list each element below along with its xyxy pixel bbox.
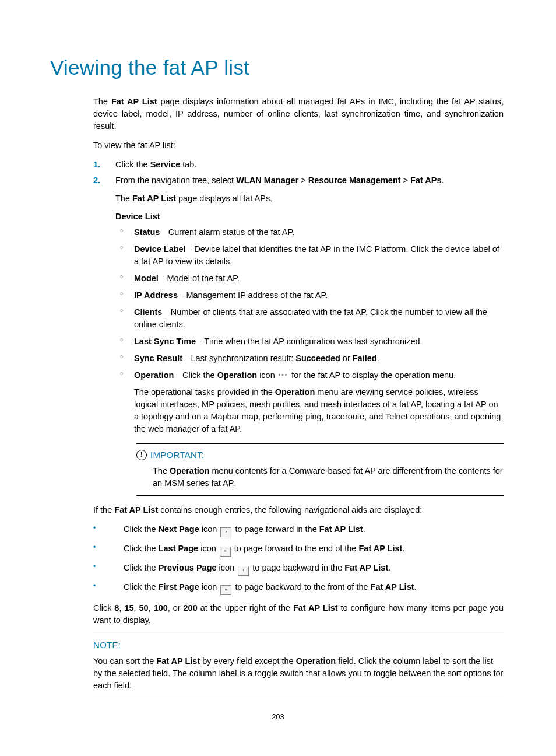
page-number: 203: [0, 712, 556, 721]
nav-aids-list: Click the Next Page icon › to page forwa…: [93, 523, 504, 595]
note-body: You can sort the Fat AP List by every fi…: [93, 655, 504, 692]
text: by every field except the: [200, 656, 295, 666]
text-bold: Fat AP List: [344, 563, 388, 572]
text: ,: [149, 603, 154, 612]
first-page-icon: «: [220, 585, 231, 595]
field-ip: IP Address—Management IP address of the …: [115, 289, 504, 302]
text-bold: Fat AP List: [111, 97, 157, 106]
nav-first: Click the First Page icon « to page back…: [93, 581, 504, 595]
text: at the upper right of the: [198, 603, 293, 612]
text: >: [401, 176, 411, 185]
text-bold: Fat AP List: [358, 544, 402, 553]
field-last-sync: Last Sync Time—Time when the fat AP conf…: [115, 335, 504, 348]
text: —Last synchronization result:: [182, 354, 295, 363]
text: You can sort the: [93, 656, 156, 666]
text: .: [388, 563, 390, 572]
text: icon: [199, 524, 220, 534]
text-bold: Operation: [217, 370, 257, 380]
text: The: [115, 194, 132, 203]
nav-next: Click the Next Page icon › to page forwa…: [93, 523, 504, 537]
text-bold: 50: [139, 603, 148, 612]
prev-page-icon: ‹: [238, 566, 249, 576]
device-fields-list: Status—Current alarm status of the fat A…: [115, 226, 504, 435]
text-bold: First Page: [159, 582, 199, 592]
field-device-label: Device Label—Device label that identifie…: [115, 243, 504, 268]
important-header: ! IMPORTANT:: [136, 449, 504, 461]
text: , or: [168, 603, 184, 612]
text: .: [363, 524, 365, 534]
step-2: From the navigation tree, select WLAN Ma…: [93, 174, 504, 496]
important-body: The Operation menu contents for a Comwar…: [153, 465, 504, 489]
text: If the: [93, 505, 114, 514]
field-desc: —Time when the fat AP configuration was …: [196, 337, 422, 346]
text: Click the: [124, 563, 159, 572]
pager-paragraph: Click 8, 15, 50, 100, or 200 at the uppe…: [93, 602, 504, 626]
text: Click: [93, 603, 114, 612]
field-clients: Clients—Number of clients that are assoc…: [115, 306, 504, 331]
steps-list: Click the Service tab. From the navigati…: [93, 159, 504, 496]
text-bold: Succeeded: [295, 354, 340, 363]
field-desc: —Management IP address of the fat AP.: [178, 290, 328, 300]
field-name: Device Label: [134, 244, 186, 254]
text: to page backward to the front of the: [233, 582, 370, 592]
text-bold: WLAN Manager: [236, 176, 298, 185]
text: .: [442, 176, 444, 185]
operation-dots-icon: •••: [279, 371, 288, 380]
field-name: Model: [134, 274, 159, 283]
field-name: IP Address: [134, 290, 178, 300]
text-bold: Operation: [296, 656, 336, 666]
text: Click the: [124, 582, 159, 592]
text-bold: Fat AP List: [293, 603, 338, 612]
to-view-line: To view the fat AP list:: [93, 139, 504, 152]
field-desc: —Current alarm status of the fat AP.: [160, 228, 294, 237]
document-page: Viewing the fat AP list The Fat AP List …: [0, 0, 556, 756]
important-callout: ! IMPORTANT: The Operation menu contents…: [136, 443, 504, 496]
text: to page forward to the end of the: [232, 544, 359, 553]
text-bold: Fat AP List: [156, 656, 200, 666]
body: The Fat AP List page displays informatio…: [93, 96, 504, 698]
note-callout: NOTE: You can sort the Fat AP List by ev…: [93, 634, 504, 698]
step-2-result: The Fat AP List page displays all fat AP…: [115, 192, 504, 205]
text-bold: Fat APs: [410, 176, 441, 185]
field-status: Status—Current alarm status of the fat A…: [115, 226, 504, 239]
text: .: [414, 582, 417, 592]
text-bold: Last Page: [159, 544, 199, 553]
field-model: Model—Model of the fat AP.: [115, 272, 504, 285]
text-bold: Fat AP List: [114, 505, 158, 514]
text: icon: [199, 582, 220, 592]
text: >: [298, 176, 308, 185]
text: The operational tasks provided in the: [134, 387, 275, 397]
text: to page backward in the: [250, 563, 344, 572]
text: for the fat AP to display the operation …: [289, 370, 456, 380]
text: contains enough entries, the following n…: [158, 505, 422, 514]
text-bold: Resource Management: [308, 176, 401, 185]
text-bold: Next Page: [159, 524, 199, 534]
field-name: Clients: [134, 307, 162, 317]
field-name: Last Sync Time: [134, 337, 196, 346]
nav-intro: If the Fat AP List contains enough entri…: [93, 504, 504, 516]
text: .: [377, 354, 379, 363]
field-desc: —Number of clients that are associated w…: [134, 307, 487, 329]
text: —Click the: [174, 370, 217, 380]
text-bold: Operation: [275, 387, 315, 397]
text-bold: Fat AP List: [132, 194, 176, 203]
nav-last: Click the Last Page icon » to page forwa…: [93, 542, 504, 556]
important-label: IMPORTANT:: [150, 449, 204, 461]
intro-paragraph: The Fat AP List page displays informatio…: [93, 96, 504, 132]
text: .: [402, 544, 404, 553]
text: The: [93, 97, 111, 106]
text: Click the: [124, 544, 159, 553]
text: Click the: [115, 160, 150, 169]
text-bold: Service: [150, 160, 181, 169]
text-bold: 200: [184, 603, 198, 612]
device-list-label: Device List: [115, 211, 504, 223]
text: Click the: [124, 524, 159, 534]
field-desc: —Device label that identifies the fat AP…: [134, 244, 499, 266]
field-name: Status: [134, 228, 160, 237]
text: page displays all fat APs.: [176, 194, 272, 203]
page-title: Viewing the fat AP list: [50, 56, 504, 79]
text-bold: Fat AP List: [319, 524, 363, 534]
field-sync-result: Sync Result—Last synchronization result:…: [115, 352, 504, 365]
text: to page forward in the: [233, 524, 319, 534]
field-name: Operation: [134, 370, 174, 380]
